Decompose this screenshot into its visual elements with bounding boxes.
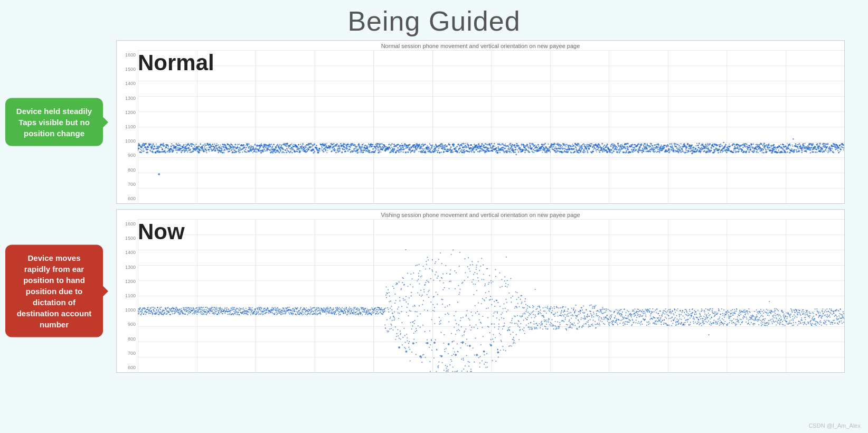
normal-chart-inner: 1600150014001300120011001000900800700600 <box>117 50 844 203</box>
normal-chart-label: Normal <box>138 50 214 76</box>
now-annotation-bubble: Device moves rapidly from ear position t… <box>5 245 103 337</box>
normal-annotation-bubble: Device held steadilyTaps visible but nop… <box>5 98 103 146</box>
now-y-axis: 1600150014001300120011001000900800700600 <box>117 219 138 372</box>
normal-canvas <box>138 50 844 203</box>
charts-container: Device held steadilyTaps visible but nop… <box>0 37 868 373</box>
now-chart-wrapper: Vishing session phone movement and verti… <box>116 209 845 373</box>
now-annotation-text: Device moves rapidly from ear position t… <box>17 253 92 329</box>
now-chart-row: Device moves rapidly from ear position t… <box>0 209 868 373</box>
normal-chart-row: Device held steadilyTaps visible but nop… <box>0 40 868 204</box>
watermark: CSDN @I_Am_Alex <box>808 422 861 429</box>
now-plot-area <box>138 219 844 372</box>
normal-annotation-text: Device held steadilyTaps visible but nop… <box>16 107 92 138</box>
normal-plot-area <box>138 50 844 203</box>
page-title: Being Guided <box>0 0 868 37</box>
now-chart-label: Now <box>138 219 185 244</box>
normal-chart-wrapper: Normal session phone movement and vertic… <box>116 40 845 204</box>
now-chart-inner: 1600150014001300120011001000900800700600 <box>117 219 844 372</box>
now-chart-title: Vishing session phone movement and verti… <box>117 210 844 219</box>
now-canvas <box>138 219 844 372</box>
normal-y-axis: 1600150014001300120011001000900800700600 <box>117 50 138 203</box>
normal-chart-title: Normal session phone movement and vertic… <box>117 41 844 50</box>
